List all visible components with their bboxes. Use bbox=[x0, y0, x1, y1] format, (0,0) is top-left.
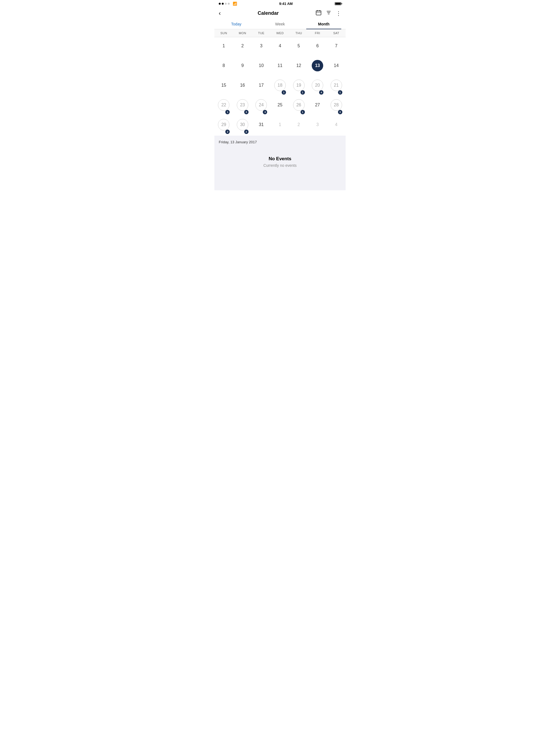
event-badge: 1 bbox=[338, 90, 342, 95]
signal-dot-2 bbox=[222, 3, 224, 5]
wifi-icon: 📶 bbox=[233, 2, 237, 6]
calendar-cell[interactable]: 2 bbox=[233, 37, 252, 57]
event-badge: 1 bbox=[225, 110, 230, 114]
calendar-cell[interactable]: 233 bbox=[233, 96, 252, 116]
day-number: 5 bbox=[293, 40, 305, 52]
status-bar-time: 9:41 AM bbox=[279, 2, 292, 6]
tab-week[interactable]: Week bbox=[258, 19, 302, 29]
tab-month[interactable]: Month bbox=[302, 19, 346, 29]
calendar-cell[interactable]: 3 bbox=[308, 116, 327, 136]
more-icon[interactable]: ⋮ bbox=[336, 10, 341, 17]
calendar-cell[interactable]: 7 bbox=[327, 37, 346, 57]
calendar-cell[interactable]: 3 bbox=[252, 37, 271, 57]
day-number: 20 bbox=[312, 80, 323, 91]
calendar-cell[interactable]: 1 bbox=[214, 37, 233, 57]
day-header-fri: FRI bbox=[308, 29, 327, 37]
calendar-cell[interactable]: 204 bbox=[308, 77, 327, 96]
calendar-cell[interactable]: 10 bbox=[252, 57, 271, 77]
calendar-cell[interactable]: 221 bbox=[214, 96, 233, 116]
day-number: 12 bbox=[293, 60, 305, 71]
battery-icon bbox=[335, 2, 341, 5]
day-number: 3 bbox=[312, 119, 323, 130]
calendar-cell[interactable]: 2 bbox=[289, 116, 308, 136]
day-header-thu: THU bbox=[289, 29, 308, 37]
calendar-cell[interactable]: 261 bbox=[289, 96, 308, 116]
calendar-cell[interactable]: 283 bbox=[327, 96, 346, 116]
calendar-cell[interactable]: 14 bbox=[327, 57, 346, 77]
day-number: 4 bbox=[331, 119, 342, 130]
day-number: 30 bbox=[237, 119, 248, 130]
event-badge: 1 bbox=[282, 90, 286, 95]
day-number: 28 bbox=[331, 99, 342, 111]
calendar-cell[interactable]: 5 bbox=[289, 37, 308, 57]
day-number: 15 bbox=[218, 80, 229, 91]
day-number: 31 bbox=[255, 119, 267, 130]
day-header-sun: SUN bbox=[214, 29, 233, 37]
day-header-tue: TUE bbox=[252, 29, 271, 37]
calendar-cell[interactable]: 11 bbox=[271, 57, 289, 77]
calendar-cell[interactable]: 243 bbox=[252, 96, 271, 116]
day-number: 27 bbox=[312, 99, 323, 111]
day-number: 8 bbox=[218, 60, 229, 71]
event-badge: 2 bbox=[244, 130, 249, 134]
day-number: 22 bbox=[218, 99, 229, 111]
calendar-cell[interactable]: 16 bbox=[233, 77, 252, 96]
calendar-cell[interactable]: 6 bbox=[308, 37, 327, 57]
calendar-cell[interactable]: 4 bbox=[271, 37, 289, 57]
tab-today[interactable]: Today bbox=[214, 19, 258, 29]
calendar-cell[interactable]: 181 bbox=[271, 77, 289, 96]
event-badge: 2 bbox=[225, 130, 230, 134]
day-number: 13 bbox=[312, 60, 323, 71]
calendar-cell[interactable]: 292 bbox=[214, 116, 233, 136]
calendar-cell[interactable]: 25 bbox=[271, 96, 289, 116]
status-bar: 📶 9:41 AM bbox=[214, 0, 346, 7]
event-badge: 3 bbox=[338, 110, 342, 114]
day-header-mon: MON bbox=[233, 29, 252, 37]
day-number: 26 bbox=[293, 99, 305, 111]
filter-icon[interactable] bbox=[326, 10, 331, 17]
day-number: 19 bbox=[293, 80, 305, 91]
day-number: 4 bbox=[274, 40, 286, 52]
calendar-cell[interactable]: 12 bbox=[289, 57, 308, 77]
day-number: 17 bbox=[255, 80, 267, 91]
calendar-cell[interactable]: 191 bbox=[289, 77, 308, 96]
calendar-cell[interactable]: 17 bbox=[252, 77, 271, 96]
back-button[interactable]: ‹ bbox=[219, 10, 221, 17]
day-number: 6 bbox=[312, 40, 323, 52]
calendar-cell[interactable]: 302 bbox=[233, 116, 252, 136]
no-events-subtitle: Currently no events bbox=[263, 163, 297, 168]
event-badge: 3 bbox=[244, 110, 249, 114]
signal-dot-1 bbox=[219, 3, 221, 5]
day-number: 25 bbox=[274, 99, 286, 111]
day-number: 23 bbox=[237, 99, 248, 111]
event-badge: 4 bbox=[319, 90, 324, 95]
day-number: 2 bbox=[237, 40, 248, 52]
calendar-cell[interactable]: 13 bbox=[308, 57, 327, 77]
calendar-cell[interactable]: 15 bbox=[214, 77, 233, 96]
signal-dot-4 bbox=[228, 3, 230, 5]
calendar-cell[interactable]: 27 bbox=[308, 96, 327, 116]
status-bar-left: 📶 bbox=[219, 2, 237, 6]
view-tabs: Today Week Month bbox=[214, 19, 346, 29]
day-number: 2 bbox=[293, 119, 305, 130]
event-badge: 1 bbox=[301, 110, 305, 114]
status-bar-right bbox=[335, 2, 341, 5]
day-number: 3 bbox=[255, 40, 267, 52]
day-number: 14 bbox=[331, 60, 342, 71]
event-badge: 3 bbox=[263, 110, 267, 114]
calendar-cell[interactable]: 31 bbox=[252, 116, 271, 136]
calendar-cell[interactable]: 4 bbox=[327, 116, 346, 136]
calendar-cell[interactable]: 1 bbox=[271, 116, 289, 136]
day-number: 1 bbox=[218, 40, 229, 52]
calendar-cell[interactable]: 211 bbox=[327, 77, 346, 96]
svg-rect-0 bbox=[316, 11, 321, 15]
calendar-cell[interactable]: 9 bbox=[233, 57, 252, 77]
calendar-cell[interactable]: 8 bbox=[214, 57, 233, 77]
day-number: 10 bbox=[255, 60, 267, 71]
day-number: 16 bbox=[237, 80, 248, 91]
no-events-title: No Events bbox=[269, 156, 291, 162]
no-events-container: No Events Currently no events bbox=[219, 151, 341, 173]
day-number: 18 bbox=[274, 80, 286, 91]
day-number: 11 bbox=[274, 60, 286, 71]
calendar-icon[interactable] bbox=[315, 9, 322, 17]
